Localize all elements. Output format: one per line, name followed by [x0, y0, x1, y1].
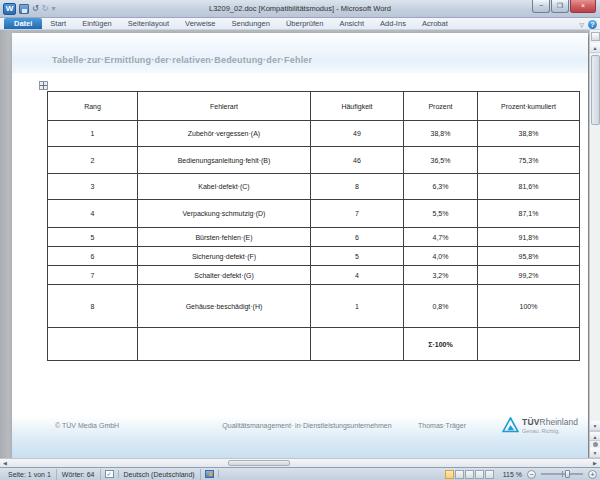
page-count-status[interactable]: Seite: 1 von 1 — [3, 469, 57, 480]
footer-copyright[interactable]: © TÜV Media GmbH — [55, 422, 119, 429]
tab-datei[interactable]: Datei — [4, 18, 42, 29]
save-icon[interactable] — [19, 4, 29, 14]
cell-haeufigkeit[interactable]: 49 — [311, 121, 404, 147]
cell-rang[interactable]: 8 — [48, 285, 138, 328]
footer-center-text[interactable]: Qualitätsmanagement· in·Dienstleistungsu… — [162, 422, 452, 429]
tab-acrobat[interactable]: Acrobat — [414, 18, 456, 29]
cell-haeufigkeit[interactable]: 6 — [311, 228, 404, 247]
tab-ansicht[interactable]: Ansicht — [331, 18, 372, 29]
tab-verweise[interactable]: Verweise — [177, 18, 223, 29]
tab-einfuegen[interactable]: Einfügen — [74, 18, 120, 29]
header-haeufigkeit[interactable]: Häufigkeit — [311, 92, 404, 121]
outline-view-button[interactable] — [475, 470, 484, 479]
cell-rang[interactable] — [48, 328, 138, 361]
cell-haeufigkeit[interactable]: 46 — [311, 147, 404, 174]
cell-rang[interactable]: 6 — [48, 247, 138, 266]
tab-seitenlayout[interactable]: Seitenlayout — [120, 18, 177, 29]
minimize-button[interactable]: − — [532, 0, 550, 13]
cell-fehlerart[interactable] — [138, 328, 311, 361]
cell-kumuliert[interactable] — [478, 328, 580, 361]
cell-prozent[interactable]: 38,8% — [404, 121, 478, 147]
table-move-handle-icon[interactable] — [39, 81, 48, 90]
cell-fehlerart[interactable]: Kabel·defekt·(C) — [138, 174, 311, 200]
cell-kumuliert[interactable]: 99,2% — [478, 266, 580, 285]
help-icon[interactable]: ? — [588, 20, 597, 29]
close-button[interactable]: × — [570, 0, 596, 13]
header-rang[interactable]: Rang — [48, 92, 138, 121]
zoom-slider-thumb[interactable] — [565, 470, 570, 478]
zoom-out-icon[interactable]: − — [527, 470, 536, 479]
scroll-left-icon[interactable]: ◀ — [0, 459, 10, 467]
zoom-level[interactable]: 115 % — [501, 471, 524, 478]
language-status[interactable]: Deutsch (Deutschland) — [119, 469, 201, 480]
cell-kumuliert[interactable]: 87,1% — [478, 200, 580, 228]
scroll-up-icon[interactable]: ▲ — [590, 43, 600, 53]
cell-prozent[interactable]: 36,5% — [404, 147, 478, 174]
cell-rang[interactable]: 3 — [48, 174, 138, 200]
cell-haeufigkeit[interactable]: 8 — [311, 174, 404, 200]
cell-fehlerart[interactable]: Zubehör·vergessen·(A) — [138, 121, 311, 147]
zoom-slider[interactable] — [541, 473, 583, 475]
qat-dropdown-icon[interactable]: ▾ — [51, 3, 55, 15]
cell-prozent[interactable]: 6,3% — [404, 174, 478, 200]
header-prozent[interactable]: Prozent — [404, 92, 478, 121]
document-heading[interactable]: Tabelle·zur·Ermittlung·der·relativen·Bed… — [52, 55, 312, 65]
print-layout-view-button[interactable] — [445, 470, 454, 479]
horizontal-scroll-thumb[interactable] — [228, 460, 290, 466]
cell-rang[interactable]: 1 — [48, 121, 138, 147]
tab-start[interactable]: Start — [42, 18, 74, 29]
spellcheck-status[interactable]: ✓ — [101, 470, 119, 478]
ruler-toggle-icon[interactable] — [591, 32, 600, 41]
vertical-scrollbar[interactable]: ▲ ▼ ▲ ▼ — [589, 30, 600, 458]
cell-haeufigkeit[interactable] — [311, 328, 404, 361]
cell-haeufigkeit[interactable]: 1 — [311, 285, 404, 328]
cell-haeufigkeit[interactable]: 4 — [311, 266, 404, 285]
cell-kumuliert[interactable]: 75,3% — [478, 147, 580, 174]
cell-prozent[interactable]: 0,8% — [404, 285, 478, 328]
header-fehlerart[interactable]: Fehlerart — [138, 92, 311, 121]
scroll-right-icon[interactable]: ▶ — [590, 459, 600, 467]
cell-fehlerart[interactable]: Sicherung·defekt·(F) — [138, 247, 311, 266]
restore-button[interactable]: ❐ — [551, 0, 569, 13]
cell-prozent[interactable]: 4,0% — [404, 247, 478, 266]
cell-kumuliert[interactable]: 100% — [478, 285, 580, 328]
web-layout-view-button[interactable] — [465, 470, 474, 479]
cell-haeufigkeit[interactable]: 5 — [311, 247, 404, 266]
tab-ueberpruefen[interactable]: Überprüfen — [278, 18, 332, 29]
tab-sendungen[interactable]: Sendungen — [224, 18, 278, 29]
zoom-in-icon[interactable]: + — [588, 470, 597, 479]
cell-rang[interactable]: 4 — [48, 200, 138, 228]
redo-icon[interactable]: ↻ — [42, 3, 49, 15]
vertical-scroll-thumb[interactable] — [591, 55, 600, 125]
cell-fehlerart[interactable]: Verpackung·schmutzig·(D) — [138, 200, 311, 228]
cell-rang[interactable]: 5 — [48, 228, 138, 247]
footer-author[interactable]: Thomas·Träger — [418, 422, 466, 429]
cell-kumuliert[interactable]: 91,8% — [478, 228, 580, 247]
tuv-rheinland-logo[interactable]: TÜVRheinland Genau. Richtig. — [502, 417, 588, 434]
tab-addins[interactable]: Add-Ins — [372, 18, 414, 29]
cell-kumuliert[interactable]: 95,8% — [478, 247, 580, 266]
cell-prozent[interactable]: 3,2% — [404, 266, 478, 285]
next-page-icon[interactable]: ▼ — [590, 448, 600, 458]
ribbon-minimize-icon[interactable]: ▽ — [579, 21, 584, 28]
horizontal-scrollbar[interactable]: ◀ ▶ — [0, 458, 600, 467]
cell-prozent[interactable]: 4,7% — [404, 228, 478, 247]
cell-kumuliert[interactable]: 38,8% — [478, 121, 580, 147]
cell-fehlerart[interactable]: Bürsten·fehlen·(E) — [138, 228, 311, 247]
macro-record-status[interactable] — [201, 470, 219, 478]
cell-sum-total[interactable]: Σ·100% — [404, 328, 478, 361]
draft-view-button[interactable] — [485, 470, 494, 479]
cell-fehlerart[interactable]: Gehäuse·beschädigt·(H) — [138, 285, 311, 328]
cell-kumuliert[interactable]: 81,6% — [478, 174, 580, 200]
scroll-down-icon[interactable]: ▼ — [590, 421, 600, 431]
word-count-status[interactable]: Wörter: 64 — [57, 469, 101, 480]
cell-fehlerart[interactable]: Bedienungsanleitung·fehlt·(B) — [138, 147, 311, 174]
document-page[interactable]: Tabelle·zur·Ermittlung·der·relativen·Bed… — [12, 33, 588, 458]
fullscreen-reading-view-button[interactable] — [455, 470, 464, 479]
header-prozent-kumuliert[interactable]: Prozent·kumuliert — [478, 92, 580, 121]
cell-rang[interactable]: 7 — [48, 266, 138, 285]
previous-page-icon[interactable]: ▲ — [590, 431, 600, 441]
cell-fehlerart[interactable]: Schalter·defekt·(G) — [138, 266, 311, 285]
cell-haeufigkeit[interactable]: 7 — [311, 200, 404, 228]
select-browse-object-icon[interactable] — [593, 442, 598, 447]
